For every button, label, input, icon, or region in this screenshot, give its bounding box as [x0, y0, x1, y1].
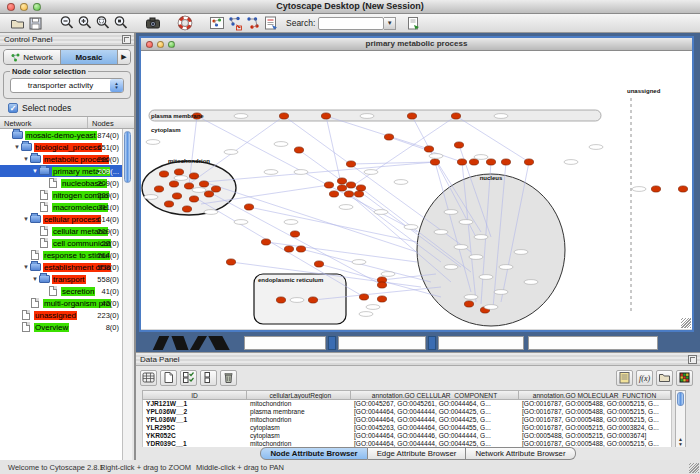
tree-item[interactable]: secretion41(0) — [0, 285, 122, 297]
tab-scroll-right-icon[interactable]: ▶ — [118, 50, 130, 64]
table-cell[interactable]: cytoplasm — [247, 424, 351, 432]
network-node[interactable] — [308, 297, 317, 303]
network-node[interactable] — [184, 183, 193, 189]
tree-item[interactable]: ▼cellular process614(0) — [0, 213, 122, 225]
tab-mosaic[interactable]: Mosaic — [61, 50, 118, 64]
tree-item[interactable]: ▼primary metabo209(... — [0, 165, 122, 177]
tree-item[interactable]: cell communicat22(0) — [0, 237, 122, 249]
table-cell[interactable]: plasma membrane — [247, 408, 351, 416]
select-all-attributes-button[interactable] — [180, 370, 197, 386]
table-cell[interactable]: YKR052C — [143, 432, 247, 440]
network-node[interactable] — [454, 142, 463, 148]
network-node[interactable] — [154, 186, 163, 192]
network-node[interactable] — [296, 246, 305, 252]
table-row[interactable]: YKR052Ccytoplasm[GO:0044464, GO:0044446,… — [143, 432, 671, 440]
tree-item[interactable]: mosaic-demo-yeast874(0) — [0, 129, 122, 141]
network-node[interactable] — [469, 159, 478, 165]
annotation-tool-button[interactable] — [262, 15, 280, 32]
expand-arrow-icon[interactable]: ▼ — [13, 144, 21, 150]
search-dropdown-button[interactable]: ▼ — [384, 17, 396, 30]
network-node[interactable] — [261, 239, 270, 245]
expand-arrow-icon[interactable]: ▼ — [22, 264, 30, 270]
table-cell[interactable]: [GO:0044464, GO:0044444, GO:0044425, G..… — [351, 408, 519, 416]
tree-item[interactable]: nucleobase-209(0) — [0, 177, 122, 189]
network-node[interactable] — [174, 169, 183, 175]
table-cell[interactable]: mitochondrion — [247, 400, 351, 408]
network-node[interactable] — [204, 191, 213, 197]
network-node[interactable] — [290, 231, 299, 237]
expand-arrow-icon[interactable]: ▼ — [22, 216, 30, 222]
tree-item[interactable]: ▼establishment of lo558(0) — [0, 261, 122, 273]
birdseye-view-button[interactable] — [208, 15, 226, 32]
zoom-in-button[interactable] — [76, 15, 94, 32]
expand-arrow-icon[interactable]: ▼ — [22, 156, 30, 162]
network-node[interactable] — [451, 113, 460, 119]
heatmap-button[interactable] — [676, 370, 693, 386]
table-column-header[interactable]: ID — [143, 391, 247, 399]
tab-network[interactable]: Network — [4, 50, 61, 64]
network-node[interactable] — [199, 181, 208, 187]
tree-item[interactable]: response to stimul264(0) — [0, 249, 122, 261]
unselect-all-attributes-button[interactable] — [200, 370, 217, 386]
network-node[interactable] — [359, 294, 368, 300]
scrollbar-arrows[interactable]: ▲▼ — [676, 437, 685, 447]
attribute-list-button[interactable] — [616, 370, 633, 386]
network-node[interactable] — [354, 191, 363, 197]
network-node[interactable] — [159, 171, 168, 177]
network-node[interactable] — [651, 186, 660, 192]
table-column-header[interactable]: annotation.GO CELLULAR_COMPONENT — [351, 391, 519, 399]
network-node[interactable] — [384, 134, 393, 140]
network-node[interactable] — [294, 147, 303, 153]
network-node[interactable] — [430, 159, 439, 165]
network-node[interactable] — [457, 159, 466, 165]
table-cell[interactable]: [GO:0005488, GO:0005215, GO:0003674] — [519, 432, 671, 440]
network-canvas[interactable]: plasma membranecytoplasmmitochondrionnuc… — [141, 52, 692, 329]
scrollbar-thumb[interactable] — [677, 392, 684, 406]
network-node[interactable] — [226, 259, 235, 265]
control-panel-scrollbar[interactable] — [122, 129, 132, 460]
table-row[interactable]: YJR121W__1mitochondrion[GO:0045267, GO:0… — [143, 400, 671, 408]
network-node[interactable] — [172, 193, 181, 199]
table-row[interactable]: YLR295Ccytoplasm[GO:0045263, GO:0044464,… — [143, 424, 671, 432]
table-row[interactable]: YPL036W__1mitochondrion[GO:0044464, GO:0… — [143, 416, 671, 424]
expand-arrow-icon[interactable]: ▼ — [31, 276, 39, 282]
network-node[interactable] — [244, 204, 253, 210]
network-node[interactable] — [524, 159, 533, 165]
network-node[interactable] — [164, 201, 173, 207]
zoom-fit-button[interactable] — [94, 15, 112, 32]
open-session-button[interactable] — [8, 15, 26, 32]
network-node[interactable] — [321, 113, 330, 119]
table-cell[interactable]: cytoplasm — [247, 432, 351, 440]
tab-node-attribute-browser[interactable]: Node Attribute Browser — [260, 447, 367, 460]
table-cell[interactable]: [GO:0044464, GO:0044444, GO:0044425, G..… — [351, 416, 519, 424]
network-node[interactable] — [324, 182, 333, 188]
network-node[interactable] — [337, 185, 346, 191]
table-cell[interactable]: [GO:0045267, GO:0045261, GO:0044464, G..… — [351, 400, 519, 408]
select-nodes-checkbox[interactable]: ✓ — [8, 103, 18, 113]
table-row[interactable]: YPL036W__2plasma membrane[GO:0044464, GO… — [143, 408, 671, 416]
network-window-titlebar[interactable]: primary metabolic process — [141, 38, 692, 51]
table-column-header[interactable]: annotation.GO MOLECULAR_FUNCTION — [519, 391, 671, 399]
function-builder-button[interactable]: f(x) — [636, 370, 653, 386]
network-node[interactable] — [356, 185, 365, 191]
table-cell[interactable]: [GO:0016787, GO:0005215, GO:0003824, G..… — [519, 424, 671, 432]
select-nodes-checkbox-row[interactable]: ✓ Select nodes — [8, 103, 71, 113]
float-panel-icon[interactable] — [122, 35, 131, 44]
tree-column-network[interactable]: Network — [0, 117, 88, 128]
tree-item[interactable]: Overview8(0) — [0, 321, 122, 333]
network-node[interactable] — [346, 182, 355, 188]
help-button[interactable] — [176, 15, 194, 32]
table-cell[interactable]: [GO:0045263, GO:0044464, GO:0044455, G..… — [351, 424, 519, 432]
zoom-out-button[interactable] — [58, 15, 76, 32]
network-node[interactable] — [678, 186, 687, 192]
network-node[interactable] — [189, 173, 198, 179]
zoom-selected-button[interactable] — [112, 15, 130, 32]
window-resize-grip[interactable] — [681, 318, 691, 328]
tree-item[interactable]: ▼transport558(0) — [0, 273, 122, 285]
network-node[interactable] — [407, 113, 416, 119]
network-node[interactable] — [211, 186, 220, 192]
table-cell[interactable]: [GO:0016787, GO:0005488, GO:0005215, G..… — [519, 416, 671, 424]
tree-item[interactable]: ▼biological_process651(0) — [0, 141, 122, 153]
select-attributes-button[interactable] — [140, 370, 157, 386]
float-panel-icon[interactable] — [688, 355, 697, 364]
